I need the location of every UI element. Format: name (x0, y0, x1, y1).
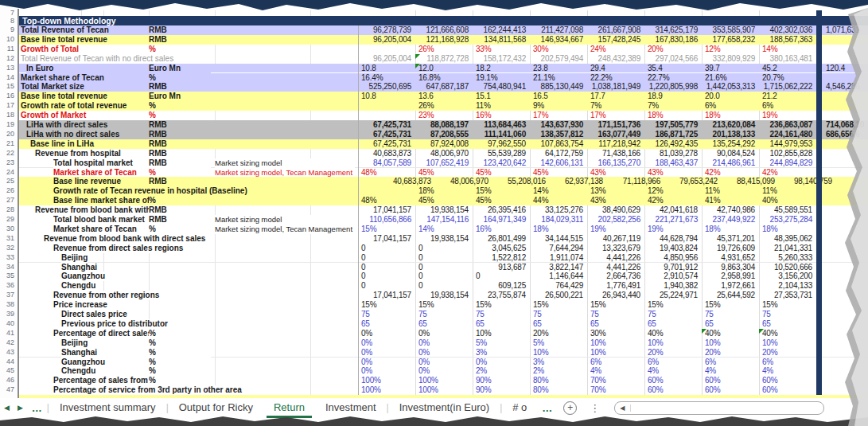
data-cell[interactable]: 14% (762, 45, 777, 54)
data-cell[interactable]: 2,104,133 (778, 281, 812, 291)
data-cell[interactable]: 23% (418, 111, 434, 120)
row-label-cell[interactable]: Total blood bank market (53, 215, 149, 225)
data-cell[interactable]: 96,205,004 (373, 35, 411, 45)
data-cell[interactable]: 30% (533, 45, 548, 54)
data-cell[interactable]: 12.0 (418, 64, 434, 73)
row-number[interactable]: 43 (0, 348, 14, 358)
data-cell[interactable]: 9% (533, 101, 544, 111)
data-cell[interactable]: 6% (705, 358, 716, 367)
data-cell[interactable]: 75 (476, 310, 485, 319)
row-label-cell[interactable]: Market share of Tecan (21, 73, 149, 83)
data-cell[interactable]: 14% (418, 225, 434, 234)
row-label-cell[interactable]: Total Revenue of Tecan with no direct sa… (21, 54, 173, 64)
data-cell[interactable]: 102,855,828 (770, 149, 812, 158)
data-cell[interactable]: 88,088,197 (430, 120, 469, 130)
data-cell[interactable]: 15% (361, 300, 376, 310)
unit-cell[interactable]: RMB (149, 205, 211, 215)
row-number[interactable]: 45 (0, 366, 14, 376)
data-cell[interactable]: 90% (476, 385, 491, 395)
source-cell[interactable]: Market sizing model, Tecan Management (215, 168, 355, 178)
source-cell[interactable]: Market sizing model (215, 215, 355, 225)
row-number[interactable]: 33 (0, 253, 14, 263)
data-cell[interactable]: 4,441,226 (606, 253, 640, 263)
row-number[interactable]: 31 (0, 234, 14, 244)
row-label-cell[interactable]: Chengdu (61, 366, 149, 376)
data-cell[interactable]: 26,801,499 (488, 234, 526, 244)
data-cell[interactable]: 21.1% (533, 73, 555, 83)
data-cell[interactable]: 764,429 (555, 281, 583, 291)
data-cell[interactable]: 40% (705, 329, 720, 338)
data-cell[interactable]: 0% (476, 358, 487, 367)
data-cell[interactable]: 188,567,363 (770, 35, 812, 45)
row-label-cell[interactable]: Total Revenue of Tecan (21, 25, 149, 35)
data-cell[interactable]: 90,084,524 (717, 149, 755, 158)
row-number[interactable]: 32 (0, 244, 14, 253)
data-cell[interactable]: 15% (533, 300, 548, 310)
data-cell[interactable]: 41% (705, 196, 720, 205)
data-cell[interactable]: 202,579,494 (541, 54, 583, 64)
row-number[interactable]: 36 (0, 281, 14, 291)
unit-cell[interactable]: RMB (149, 120, 211, 130)
data-cell[interactable]: 121,168,928 (426, 35, 469, 45)
row-number[interactable]: 46 (0, 376, 14, 385)
unit-cell[interactable]: RMB (149, 82, 211, 92)
data-cell[interactable]: 9,863,304 (721, 263, 755, 272)
data-cell[interactable]: 88,415,099 (737, 177, 775, 186)
data-cell[interactable]: 19,938,154 (430, 205, 469, 215)
data-cell[interactable]: 0 (418, 263, 422, 272)
row-number[interactable]: 7 (0, 10, 14, 16)
data-cell[interactable]: 24% (590, 45, 605, 54)
data-cell[interactable]: 107,652,419 (426, 158, 469, 168)
row-label-cell[interactable]: Revenue from blood bank with r (35, 205, 149, 215)
data-cell[interactable]: 90% (476, 376, 491, 385)
data-cell[interactable]: 17% (533, 111, 548, 120)
data-cell[interactable]: 1,911,074 (550, 253, 583, 263)
row-label-cell[interactable]: Market share of Tecan (53, 225, 149, 234)
data-cell[interactable]: 20% (762, 348, 777, 358)
data-cell[interactable]: 0 (361, 244, 365, 253)
data-cell[interactable]: 39.7 (705, 64, 720, 73)
data-cell[interactable]: 0 (418, 244, 422, 253)
data-cell[interactable]: 18% (533, 225, 548, 234)
data-cell[interactable]: 4% (762, 366, 773, 376)
row-label-cell[interactable]: Base line total revenue (21, 35, 149, 45)
data-cell[interactable]: 17,041,157 (373, 234, 411, 244)
row-label-cell[interactable]: Percentage of sales from di (53, 376, 149, 385)
data-cell[interactable]: 0 (418, 272, 422, 281)
data-cell[interactable]: 1,776,491 (606, 281, 640, 291)
data-cell[interactable]: 11% (762, 186, 777, 196)
data-cell[interactable]: 45% (418, 196, 434, 205)
data-cell[interactable]: 146,934,667 (541, 35, 583, 45)
data-cell[interactable]: 60% (648, 376, 663, 385)
data-cell[interactable]: 65 (361, 319, 370, 329)
data-cell[interactable]: 1,146,644 (549, 272, 583, 281)
data-cell[interactable]: 13% (590, 186, 605, 196)
data-cell[interactable]: 21.2 (762, 92, 777, 101)
data-cell[interactable]: 80% (533, 385, 548, 395)
total-cell[interactable]: 686,656,6 (826, 130, 860, 139)
data-cell[interactable]: 4% (590, 366, 601, 376)
tabbar-menu-icon[interactable]: ⋮ (590, 402, 600, 414)
data-cell[interactable]: 1,220,805,998 (649, 82, 698, 92)
data-cell[interactable]: 913,687 (498, 263, 526, 272)
row-label-cell[interactable]: Beijing (61, 338, 149, 348)
data-cell[interactable]: 75 (648, 310, 656, 319)
data-cell[interactable]: 65 (762, 319, 771, 329)
data-cell[interactable]: 1,442,053,313 (706, 82, 755, 92)
data-cell[interactable]: 19% (648, 225, 663, 234)
data-cell[interactable]: 55,208,016 (508, 177, 546, 186)
data-cell[interactable]: 60% (762, 385, 777, 395)
data-cell[interactable]: 79,653,242 (679, 177, 718, 186)
data-cell[interactable]: 18% (705, 225, 720, 234)
data-cell[interactable]: 10.8 (361, 92, 376, 101)
data-cell[interactable]: 17% (590, 111, 605, 120)
row-label-cell[interactable]: Direct sales price (61, 310, 127, 319)
sheet-nav-next-icon[interactable]: ▶ (14, 404, 27, 412)
data-cell[interactable]: 100% (418, 376, 438, 385)
data-cell[interactable]: 17.7 (590, 92, 605, 101)
data-cell[interactable]: 26% (418, 101, 434, 111)
row-label-cell[interactable]: Growth rate of Tecan revenue in hospital… (53, 186, 247, 196)
data-cell[interactable]: 1,522,812 (492, 253, 526, 263)
data-cell[interactable]: 5,260,333 (778, 253, 812, 263)
data-cell[interactable]: 30% (590, 329, 605, 338)
